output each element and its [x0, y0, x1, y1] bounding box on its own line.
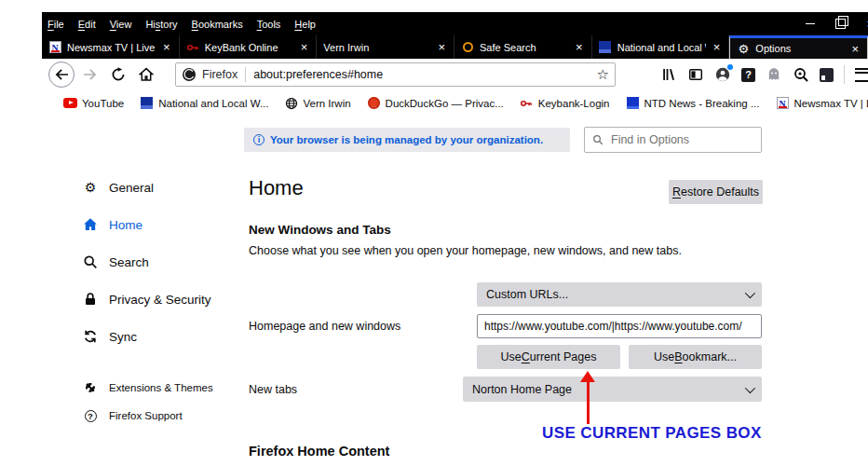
youtube-icon [63, 96, 77, 110]
annotation-arrow [580, 371, 595, 424]
sidebar-item-search[interactable]: Search [82, 243, 240, 281]
tab-close-icon[interactable]: × [574, 40, 585, 54]
menu-file[interactable]: File [47, 19, 64, 30]
menu-history[interactable]: History [145, 19, 177, 30]
browser-window: FileEditViewHistoryBookmarksToolsHelp × … [42, 12, 868, 466]
sidebar-item-home[interactable]: Home [82, 206, 240, 243]
use-bookmark-button[interactable]: Use Bookmark... [629, 345, 762, 369]
section-title: New Windows and Tabs [249, 223, 391, 237]
homepage-select[interactable]: Custom URLs... [477, 282, 762, 307]
firefox-logo-icon [182, 67, 197, 82]
back-arrow-icon [54, 67, 69, 82]
menu-view[interactable]: View [110, 19, 132, 30]
sidebar-panel-icon[interactable] [687, 66, 704, 83]
chevron-down-icon [745, 288, 755, 298]
bookmark-label: Newsmax TV | Live Ne... [794, 98, 868, 109]
notification-dot [727, 64, 733, 70]
newsmax-icon: N [48, 41, 61, 54]
restore-icon[interactable] [835, 19, 846, 29]
dark-extension-icon[interactable] [820, 68, 834, 82]
bookmark-vern-irwin[interactable]: Vern Irwin [284, 96, 350, 110]
tab-close-icon[interactable]: × [161, 40, 172, 54]
bookmark-label: Vern Irwin [303, 98, 350, 109]
home-button[interactable] [134, 62, 158, 87]
find-in-options[interactable] [584, 127, 762, 153]
new-tabs-row-label: New tabs [249, 383, 297, 396]
reload-button[interactable] [106, 62, 130, 87]
newsmax-icon: N [776, 96, 790, 110]
tab-title: Safe Search [480, 42, 568, 53]
sidebar-item-privacy-security[interactable]: Privacy & Security [82, 281, 240, 318]
search-icon [592, 134, 604, 145]
back-button[interactable] [48, 62, 75, 88]
preferences-page: i Your browser is being managed by your … [42, 116, 868, 466]
bookmark-duckduckgo-privac[interactable]: DuckDuckGo — Privac... [367, 96, 504, 110]
bookmark-label: NTD News - Breaking ... [644, 98, 760, 109]
tab-keybank-online[interactable]: KeyBank Online× [180, 35, 318, 59]
urlbar-separator [245, 67, 246, 82]
tab-close-icon[interactable]: × [436, 40, 447, 54]
menu-edit[interactable]: Edit [78, 19, 96, 30]
find-in-options-input[interactable] [609, 132, 753, 147]
bookmark-label: National and Local W... [158, 98, 268, 109]
tab-national-and-local-w[interactable]: National and Local W× [592, 35, 730, 59]
restore-defaults-button[interactable]: Restore Defaults [669, 180, 763, 204]
bookmark-star-icon[interactable]: ☆ [597, 66, 609, 83]
tab-close-icon[interactable]: × [849, 42, 861, 56]
sidebar-item-extensions-themes[interactable]: Extensions & Themes [82, 374, 240, 402]
menu-bar: FileEditViewHistoryBookmarksToolsHelp × [42, 12, 868, 35]
bookmark-ntd-news-breaking[interactable]: NTD News - Breaking ... [626, 96, 760, 110]
preferences-sidebar: ⚙GeneralHomeSearchPrivacy & SecuritySync… [82, 169, 240, 430]
arrow-shaft [587, 380, 590, 424]
question-extension-icon[interactable]: ? [741, 68, 755, 82]
bookmark-keybank-login[interactable]: Keybank-Login [520, 96, 610, 110]
chevron-down-icon [745, 382, 755, 392]
search-icon [82, 254, 99, 270]
new-tabs-select[interactable]: Norton Home Page [463, 377, 762, 402]
bookmark-label: Keybank-Login [538, 98, 610, 109]
tab-vern-irwin[interactable]: Vern Irwin× [317, 35, 454, 59]
ntd-icon [626, 96, 640, 110]
tab-bar: NNewsmax TV | Live N×KeyBank Online×Vern… [42, 35, 868, 59]
tab-title: Options [755, 43, 844, 54]
duckduckgo-icon [367, 96, 381, 110]
zoom-search-icon[interactable] [793, 66, 809, 83]
url-text[interactable]: about:preferences#home [253, 68, 596, 81]
gear-icon: ⚙ [737, 42, 750, 55]
tab-safe-search[interactable]: Safe Search× [454, 35, 592, 59]
bookmark-national-and-local-w[interactable]: National and Local W... [140, 96, 268, 110]
bookmark-youtube[interactable]: YouTube [63, 96, 124, 110]
sidebar-item-firefox-support[interactable]: ?Firefox Support [82, 402, 240, 430]
sidebar-item-label: Home [109, 218, 142, 232]
keybank-icon [520, 96, 534, 110]
bookmark-newsmax-tv-live-ne[interactable]: NNewsmax TV | Live Ne... [776, 96, 868, 110]
page-title: Home [249, 176, 304, 200]
minimize-icon[interactable] [806, 23, 815, 24]
homepage-url-input[interactable] [477, 314, 762, 338]
menu-bookmarks[interactable]: Bookmarks [192, 19, 243, 30]
homepage-row-label: Homepage and new windows [249, 320, 400, 333]
forward-arrow-icon [83, 67, 98, 82]
ghostery-icon[interactable] [766, 66, 782, 83]
account-icon[interactable] [714, 66, 731, 83]
use-current-pages-button[interactable]: Use Current Pages [477, 345, 620, 369]
menu-help[interactable]: Help [294, 19, 316, 30]
tab-newsmax-tv-live-n[interactable]: NNewsmax TV | Live N× [42, 35, 180, 59]
home-icon [82, 216, 99, 233]
tab-close-icon[interactable]: × [712, 40, 723, 54]
tab-options[interactable]: ⚙Options× [729, 35, 868, 59]
forward-button[interactable] [78, 62, 102, 87]
tab-close-icon[interactable]: × [299, 40, 310, 54]
window-controls: × [806, 12, 868, 35]
lock-icon [82, 291, 99, 308]
address-bar[interactable]: Firefox about:preferences#home ☆ [175, 62, 616, 87]
menu-icon[interactable] [855, 68, 868, 82]
sidebar-item-sync[interactable]: Sync [82, 318, 240, 355]
sidebar-item-label: Privacy & Security [109, 293, 211, 307]
sidebar-item-label: Search [109, 255, 149, 269]
library-icon[interactable] [660, 66, 677, 83]
menu-tools[interactable]: Tools [257, 19, 281, 30]
sidebar-item-general[interactable]: ⚙General [82, 169, 240, 206]
bookmark-items: YouTubeNational and Local W...Vern Irwin… [42, 96, 868, 110]
sidebar-item-label: General [109, 181, 154, 195]
